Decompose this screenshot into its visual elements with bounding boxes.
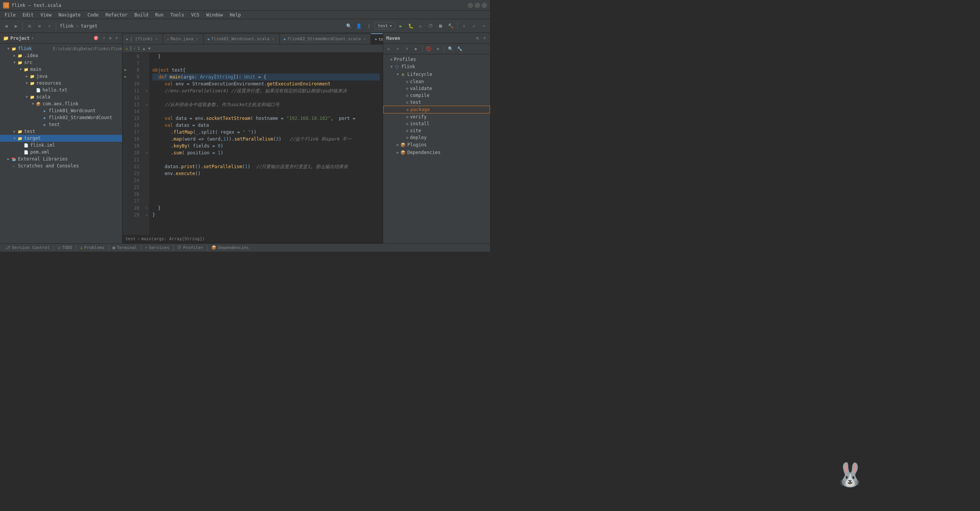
menu-help[interactable]: Help: [227, 11, 244, 18]
gutter-item-9[interactable]: ▶: [122, 74, 129, 80]
maven-clean[interactable]: ⚙ clean: [383, 78, 490, 85]
menu-run[interactable]: Run: [152, 11, 167, 18]
maven-wrench-button[interactable]: 🔧: [456, 45, 464, 53]
profiler-button[interactable]: ⏱: [426, 21, 435, 31]
tree-item-main[interactable]: ▼ 📁 main: [0, 66, 122, 73]
toolbar-collapse-button[interactable]: ⇑: [45, 21, 54, 31]
tree-item-test-dir[interactable]: ▶ 📁 test: [0, 128, 122, 135]
tree-item-flink-iml[interactable]: 📄 flink.iml: [0, 142, 122, 149]
maven-verify[interactable]: ⚙ verify: [383, 113, 490, 120]
maven-run-button[interactable]: ▶: [412, 45, 420, 53]
code-content[interactable]: } object test{ def main(args: Array[Stri…: [149, 53, 383, 235]
toolbar-settings-button[interactable]: ⚙: [25, 21, 34, 31]
status-services[interactable]: ⚡ Services: [143, 245, 172, 250]
tree-item-flink[interactable]: ▼ 📁 flink E:\study\BigDatas\Flinks\flink: [0, 45, 122, 52]
maven-install[interactable]: ⚙ install: [383, 120, 490, 127]
tree-item-pom-xml[interactable]: 📄 pom.xml: [0, 149, 122, 156]
menu-edit[interactable]: Edit: [20, 11, 37, 18]
code-editor[interactable]: ▶ ▶: [122, 53, 383, 235]
maven-validate[interactable]: ⚙ validate: [383, 85, 490, 92]
maven-download-button[interactable]: ⬇: [403, 45, 411, 53]
maven-search-button[interactable]: 🔍: [447, 45, 454, 53]
toolbar-user-button[interactable]: 👤: [354, 21, 364, 31]
menu-file[interactable]: File: [2, 11, 19, 18]
maven-package[interactable]: ⚙ package: [383, 106, 490, 113]
maven-settings-button[interactable]: ⚙: [475, 35, 480, 41]
status-problems[interactable]: ⚠ Problems: [78, 245, 107, 250]
coverage-button[interactable]: ▷: [416, 21, 425, 31]
tree-item-java[interactable]: ▶ 📁 java: [0, 73, 122, 80]
maximize-button[interactable]: □: [475, 3, 480, 8]
maven-skip-test-button[interactable]: 🚫: [425, 45, 433, 53]
maven-add-button[interactable]: +: [394, 45, 402, 53]
toolbar-back-button[interactable]: ◀: [2, 21, 11, 31]
panel-locate-button[interactable]: 🎯: [92, 35, 100, 41]
toolbar-nav-back[interactable]: ⟨: [364, 21, 374, 31]
stop-button[interactable]: ⏹: [436, 21, 445, 31]
vcs-commit-button[interactable]: ✓: [469, 21, 479, 31]
maven-site[interactable]: ⚙ site: [383, 127, 490, 134]
run-button[interactable]: ▶: [396, 21, 405, 31]
maven-toggle-button[interactable]: ⊕: [434, 45, 442, 53]
menu-tools[interactable]: Tools: [167, 11, 187, 18]
vcs-update-button[interactable]: ↑: [459, 21, 469, 31]
project-dropdown[interactable]: ▾: [31, 36, 34, 40]
run-config-selector[interactable]: test ▾: [374, 22, 395, 29]
status-terminal[interactable]: ▣ Terminal: [110, 245, 139, 250]
tree-item-test-file[interactable]: ◆ test: [0, 121, 122, 128]
toolbar-search-button[interactable]: 🔍: [345, 21, 354, 31]
tree-item-scala[interactable]: ▼ 📁 scala: [0, 93, 122, 100]
toolbar-forward-button[interactable]: ▶: [11, 21, 21, 31]
tree-item-idea[interactable]: ▶ 📁 .idea: [0, 52, 122, 59]
status-version-control[interactable]: ⎇ Version Control: [3, 245, 52, 250]
maven-test[interactable]: ⚙ test: [383, 99, 490, 106]
panel-close-button[interactable]: ×: [114, 35, 119, 41]
tab-main-java[interactable]: ☕ Main.java ×: [163, 33, 204, 44]
tree-item-resources[interactable]: ▼ 📁 resources: [0, 80, 122, 87]
status-profiler[interactable]: ⏱ Profiler: [175, 245, 206, 250]
tab-flink02[interactable]: ◆ flink02_StrameWordCount.scala ×: [280, 33, 371, 44]
toolbar-more-button[interactable]: ⋯: [479, 21, 488, 31]
tab-close-flink01[interactable]: ×: [271, 37, 276, 41]
status-dependencies[interactable]: 📦 Dependencies: [209, 245, 251, 250]
nav-up-button[interactable]: ▲: [142, 46, 146, 51]
tab-close-main-java[interactable]: ×: [195, 37, 199, 41]
maven-close-button[interactable]: ×: [482, 35, 487, 41]
tree-item-target[interactable]: ▼ 📁 target: [0, 135, 122, 142]
tab-flink01[interactable]: ◆ flink01_Wordcount.scala ×: [204, 33, 280, 44]
maven-dependencies[interactable]: ▶ 📦 Dependencies: [383, 149, 490, 156]
menu-view[interactable]: View: [38, 11, 55, 18]
maven-refresh-button[interactable]: ↻: [385, 45, 392, 53]
toolbar-tree-button[interactable]: ≡: [35, 21, 44, 31]
menu-window[interactable]: Window: [203, 11, 226, 18]
maven-profiles[interactable]: ▶ Profiles: [383, 56, 490, 63]
tab-test-scala[interactable]: ◆ test.scala ×: [371, 33, 383, 44]
tree-item-hello-txt[interactable]: 📄 hello.txt: [0, 87, 122, 93]
close-button[interactable]: ×: [482, 3, 487, 8]
tree-item-flink01[interactable]: ◆ flink01_Wordcount: [0, 107, 122, 114]
gutter-item-8[interactable]: ▶: [122, 67, 129, 74]
panel-settings-button[interactable]: ⚙: [108, 35, 113, 41]
tab-flink[interactable]: ▶ | (flink) ×: [122, 33, 163, 44]
menu-vcs[interactable]: VCS: [188, 11, 203, 18]
tree-item-com-aex-flink[interactable]: ▼ 📦 com.aex.flink: [0, 100, 122, 107]
menu-code[interactable]: Code: [85, 11, 102, 18]
maven-flink[interactable]: ▼ ⬡ flink: [383, 63, 490, 70]
tree-item-external-libs[interactable]: ▶ 📚 External Libraries: [0, 156, 122, 162]
maven-lifecycle[interactable]: ▼ ⚙ Lifecycle: [383, 70, 490, 78]
tab-close-flink02[interactable]: ×: [362, 37, 367, 41]
menu-navigate[interactable]: Navigate: [56, 11, 84, 18]
nav-down-button[interactable]: ▼: [147, 46, 152, 51]
maven-compile[interactable]: ⚙ compile: [383, 92, 490, 99]
build-button[interactable]: 🔨: [446, 21, 455, 31]
tab-close-flink[interactable]: ×: [154, 37, 159, 41]
debug-button[interactable]: 🐛: [406, 21, 415, 31]
minimize-button[interactable]: −: [468, 3, 473, 8]
menu-build[interactable]: Build: [131, 11, 151, 18]
tree-item-src[interactable]: ▼ 📁 src: [0, 59, 122, 66]
tree-item-scratches[interactable]: ✏ Scratches and Consoles: [0, 162, 122, 169]
maven-deploy[interactable]: ⚙ deploy: [383, 134, 490, 141]
menu-refactor[interactable]: Refactor: [102, 11, 131, 18]
tree-item-flink02[interactable]: ◆ flink02_StrameWordCount: [0, 114, 122, 121]
status-todo[interactable]: ☑ TODO: [56, 245, 74, 250]
